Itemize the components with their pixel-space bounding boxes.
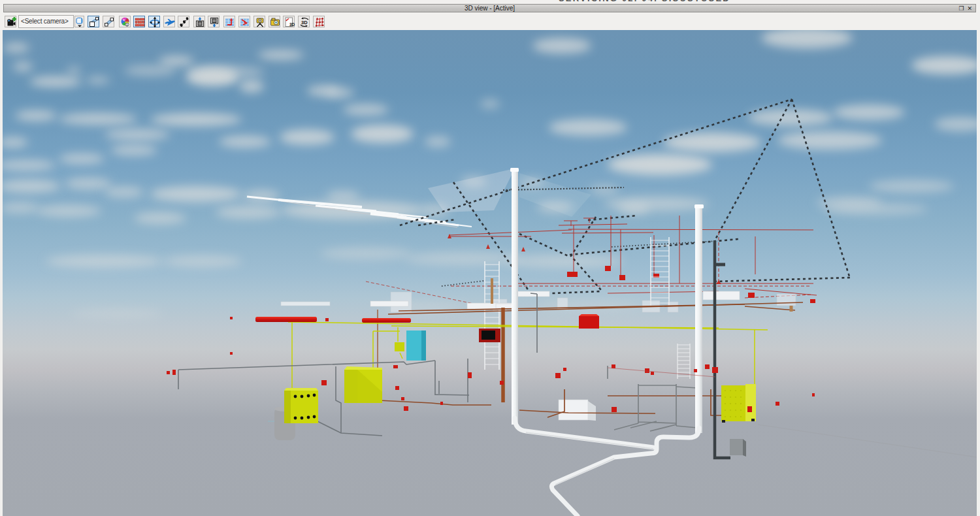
svg-text:3D: 3D: [301, 20, 308, 25]
svg-text:3D: 3D: [289, 22, 295, 27]
svg-text:1: 1: [126, 23, 128, 27]
